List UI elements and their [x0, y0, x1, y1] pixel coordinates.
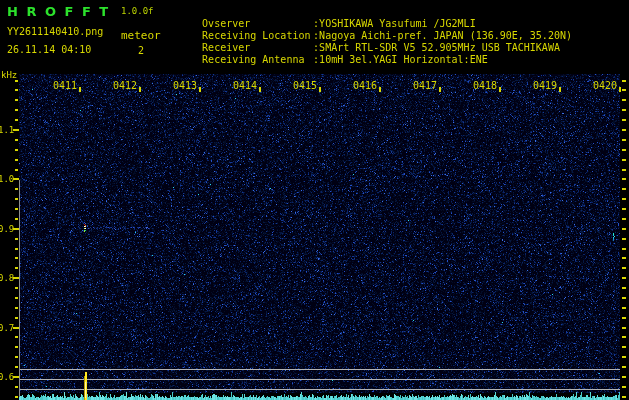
output-filename: YY2611140410.png	[7, 26, 103, 37]
time-label: 0415	[291, 80, 317, 91]
mode-label: meteor	[121, 29, 161, 42]
freq-label: 0.7	[0, 323, 14, 333]
echo-count: 2	[138, 45, 144, 56]
info-label: Receiving Antenna	[202, 54, 313, 65]
info-row-antenna: Receiving Antenna:10mH 3el.YAGI Horizont…	[178, 43, 488, 76]
time-label: 0412	[111, 80, 137, 91]
time-label: 0413	[171, 80, 197, 91]
info-value: :10mH 3el.YAGI Horizontal:ENE	[313, 54, 488, 65]
freq-label: 0.9	[0, 224, 14, 234]
time-label: 0411	[51, 80, 77, 91]
time-label: 0417	[411, 80, 437, 91]
time-label: 0416	[351, 80, 377, 91]
time-label: 0418	[471, 80, 497, 91]
freq-label: 0.6	[0, 372, 14, 382]
app-version: 1.0.0f	[121, 6, 154, 16]
freq-unit-label: kHz	[1, 70, 17, 80]
time-label: 0419	[531, 80, 557, 91]
hrofft-window: H R O F F T 1.0.0f YY2611140410.png mete…	[0, 0, 629, 400]
freq-label: 1.0	[0, 174, 14, 184]
app-title: H R O F F T	[7, 4, 110, 19]
time-label: 0414	[231, 80, 257, 91]
freq-label: 1.1	[0, 125, 14, 135]
time-label: 0420	[591, 80, 617, 91]
freq-label: 0.8	[0, 273, 14, 283]
observation-datetime: 26.11.14 04:10	[7, 44, 91, 55]
